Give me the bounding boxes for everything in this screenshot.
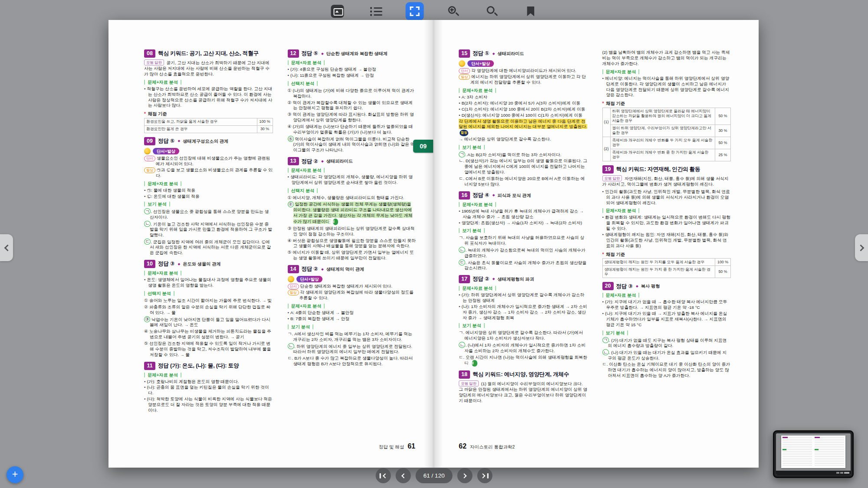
- item-text: (가): 호랑나비의 계절형은 온도의 영향 때문이다.: [147, 379, 239, 384]
- answer-header: 09정답 ⑤◆생태계구성요소의 관계: [144, 137, 273, 145]
- percent-cell: 100 %: [257, 118, 273, 125]
- item-text: 영양단계: 초원(생산자) → 사슴(1차 소비자) → 늑대(2차 소비자): [461, 220, 582, 225]
- item-text: A는 B(2차 소비자)를 먹이로 하는 3차 소비자이다.: [467, 152, 561, 157]
- prev-page-edge-button[interactable]: [0, 234, 13, 261]
- answer-topic: 피식과 포식 관계: [497, 193, 531, 198]
- bullet-icon: •: [459, 95, 460, 99]
- topic-diamond-icon: ◆: [178, 139, 181, 143]
- idea-face-icon: [288, 276, 294, 282]
- item-text: 생태피라미드: 각 영양단계의 개체수, 생물량, 에너지양을 하위 영양단계에…: [290, 174, 413, 185]
- analysis-bullet: •(나): 11종으로 구성된 복잡한 생태계 → 안정: [288, 73, 417, 79]
- analysis-bullet: •환경 변화와 생태계: 생태계는 일시적으로 환경이 변해도 다시 평형을 회…: [602, 215, 731, 232]
- answer-topic: 생태피라미드: [326, 158, 353, 164]
- fullscreen-glyph: [410, 7, 420, 16]
- analysis-bullet: •(다): 척박한 토양에 사는 식물이 비옥한 지역에 사는 식물보다 적은 …: [144, 396, 273, 413]
- option-mark: ④: [144, 329, 148, 334]
- thumbnails-icon[interactable]: [329, 2, 347, 20]
- item-text: 기온이 높고 건조한 사막 지역에서 서식하는 선인장은 수분 증발을 막기 위…: [150, 221, 272, 237]
- clue-tag: 단서: [459, 68, 470, 74]
- section-label-text: 문제+자료 분석: [144, 80, 181, 85]
- page62-column-1: 15정답 ①◆생태피라미드단서+발상단서 각 영양단계에 대한 에너지양피라미드…: [459, 49, 588, 438]
- toc-icon[interactable]: [367, 2, 385, 20]
- analysis-bullet: •(가): 호랑나비의 계절형은 온도의 영향 때문이다.: [144, 379, 273, 385]
- bullet-icon: •: [288, 310, 289, 315]
- analysis-bullet: •영양단계: 초원(생산자) → 사슴(1차 소비자) → 늑대(2차 소비자): [459, 220, 588, 226]
- model-answer-badge: 모범 답안: [602, 175, 622, 181]
- question-number-badge: 20: [602, 282, 614, 290]
- section-label: 문제+자료 분석: [144, 181, 273, 187]
- option-item: ㄴ. 하위 영양단계의 에너지 중 일부는 상위 영양단계로 전달된다. 따라서…: [288, 343, 417, 355]
- option-mark: ㄱ: [459, 330, 463, 335]
- item-text: (나): 1차 소비자의 개체수가 일시적으로 증가한 생태계 → 2차 소비자…: [461, 304, 587, 320]
- preview-taskbar: [776, 471, 851, 475]
- item-text: 에너지가 이동할 때, 상위 영양단계로 가면서 일부는 열에너지 또는 생명 …: [293, 250, 414, 260]
- first-page-button[interactable]: [376, 468, 391, 483]
- item-text: (2) 뱀을 남획하여 뱀의 개체수가 크게 감소하면 뱀을 먹고 사는 족제비…: [602, 50, 730, 66]
- percent-cell: 50 %: [715, 137, 731, 149]
- add-button[interactable]: +: [7, 466, 23, 483]
- search-icon[interactable]: [483, 2, 501, 20]
- item-text: D(생산자)가 갖는 에너지 일부는 D의 생명 활동으로 이용된다. 그 중에…: [464, 158, 587, 174]
- question-number-badge: 13: [288, 157, 299, 165]
- item-text: C(1차 소비자): 에너지양 100 중에서 20이 B(2차 소비자)에게 …: [461, 107, 585, 111]
- item-text: 적혈구는 산소를 운반하여 세포에 공급하는 역할을 한다. 고산 지대는 산소…: [147, 86, 272, 108]
- item-text: → 에너지양은 상위 영양단계로 갈수록 감소한다.: [459, 137, 551, 141]
- analysis-bullet: •(가): 지구에 대기가 없을 때 → 흡수한 태양 복사 에너지만큼 모두 …: [602, 299, 731, 311]
- option-item: ㄴ. 기온이 높고 건조한 사막 지역에서 서식하는 선인장은 수분 증발을 막…: [144, 221, 273, 238]
- clue-line: 단서 생물요소인 선인장에 대해 비생물요소가 주는 영향에 관련된 예가 제시…: [144, 156, 273, 167]
- model-answer: 모범 답안 공기, 고산 지대는 산소가 희박하기 때문에 고산 지대에 사는 …: [144, 59, 273, 77]
- option-mark: ⑤: [144, 341, 148, 346]
- section-label-text: 보기 분석: [459, 323, 485, 328]
- answer-header: 20정답 ③◆복사 평형: [602, 282, 731, 290]
- section-label-text: 문제+자료 분석: [288, 304, 325, 308]
- option-mark: ㄱ: [459, 235, 463, 240]
- thumbnails-glyph: [331, 5, 344, 18]
- section-label: 문제+자료 분석: [459, 202, 588, 208]
- desktop-preview-thumbnail[interactable]: [773, 430, 854, 478]
- item-text: 낙엽수는 기온이 낮아지면 단풍이 들고 잎을 떨어뜨렸다가 다시 봄에 새잎이…: [150, 317, 270, 327]
- answer-label: 정답 ②: [302, 265, 319, 273]
- bullet-icon: •: [288, 316, 289, 321]
- option-item: ③ 안정된 생태계의 생태피라미드는 상위 영양단계로 갈수록 상대적인 양이 …: [288, 226, 417, 237]
- page61-column-1: 08핵심 키워드: 공기, 고산 지대, 산소, 적혈구모범 답안 공기, 고산…: [144, 49, 273, 438]
- section-label-text: 보기 분석: [144, 202, 170, 206]
- item-text: 에너지양, 개체수, 생물량은 생태피라미드의 형태를 가진다.: [293, 195, 404, 200]
- previous-page-button[interactable]: [396, 468, 411, 483]
- section-label: 문제+자료 분석: [459, 88, 588, 94]
- topic-diamond-icon: ◆: [636, 284, 638, 288]
- answer-topic: 생태계의 먹이 관계: [326, 266, 364, 272]
- item-text: (나): 11종으로 구성된 복잡한 생태계 → 안정: [290, 73, 374, 78]
- next-page-edge-button[interactable]: [855, 234, 868, 261]
- preview-page: [783, 437, 812, 466]
- section-label: 문제+자료 분석: [602, 69, 731, 75]
- section-label-text: 문제+자료 분석: [144, 181, 181, 186]
- zoom-in-icon[interactable]: [444, 2, 463, 20]
- clue-idea-badge: 단서+발상: [153, 148, 179, 154]
- item-text: 환경 변화와 생태계: 생태계는 일시적으로 환경이 변해도 다시 평형을 회복…: [605, 215, 730, 231]
- item-text: B: 7종의 복잡한 생태계 → 안정: [290, 316, 349, 321]
- fullscreen-icon[interactable]: [406, 2, 424, 20]
- analysis-bullet: •A: 4종의 단순한 생태계 → 불안정: [288, 310, 417, 316]
- option-item: ㄱ. (가) 대기가 없을 때도 지구는 복사 평형 상태를 이루며 지표면의 …: [602, 337, 731, 349]
- page61-footer: 정답 및 해설 61: [379, 442, 415, 450]
- answer-topic: 온도와 생물의 관계: [183, 261, 220, 267]
- keyword-header: 19핵심 키워드: 자연재해, 인간의 활동: [602, 165, 731, 174]
- option-item: ④ 버섯은 광합성으로 생명활동에 필요한 양분을 스스로 만들지 못하고 생물…: [288, 238, 417, 249]
- analysis-bullet: •인간의 활동(과도한 사냥, 인위적인 개발, 무분별한 벌목, 화석 연료의…: [602, 189, 731, 206]
- page-number: 61: [408, 442, 415, 450]
- trap-badge: 함정: [333, 219, 338, 225]
- bullet-icon: •: [144, 277, 145, 282]
- page-number: 62: [459, 442, 467, 450]
- last-page-button[interactable]: [477, 468, 492, 483]
- analysis-bullet: •(가): 하위 영양단계에서 상위 영양단계로 갈수록 개체수가 감소하는 안…: [459, 292, 588, 304]
- bullet-icon: •: [459, 292, 460, 297]
- keyword-title: 핵심 키워드: 에너지양, 영양단계, 개체수: [473, 371, 569, 378]
- answer-label: 정답 ②: [473, 275, 490, 283]
- analysis-bullet: •A: 3차 소비자: [459, 95, 588, 100]
- bookmark-icon[interactable]: [522, 2, 540, 20]
- page-61: 08핵심 키워드: 공기, 고산 지대, 산소, 적혈구모범 답안 공기, 고산…: [108, 20, 434, 468]
- zoom-in-glyph: [447, 6, 459, 17]
- item-text: 사슴은 초식 동물이므로 사슴의 개체수 증가가 초원의 생산량을 감소시켰다.: [464, 260, 586, 270]
- next-page-button[interactable]: [457, 468, 472, 483]
- model-answer-badge: 모범 답안: [459, 380, 479, 386]
